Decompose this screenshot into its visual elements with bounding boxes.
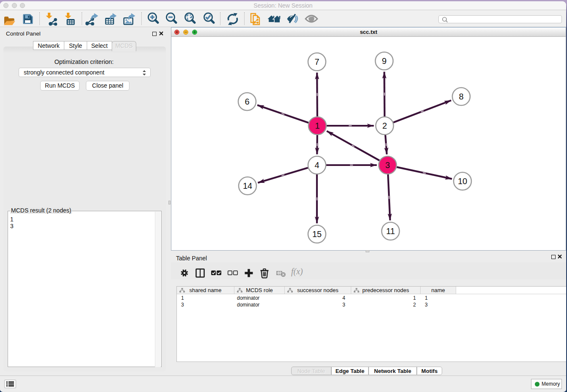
svg-text:14: 14: [243, 181, 252, 190]
svg-text:7: 7: [314, 57, 319, 66]
svg-text:10: 10: [458, 177, 467, 186]
svg-text:4: 4: [314, 160, 319, 170]
svg-text:8: 8: [459, 92, 463, 101]
svg-text:9: 9: [382, 56, 386, 66]
svg-text:11: 11: [386, 226, 395, 236]
svg-text:15: 15: [312, 229, 322, 239]
svg-text:1: 1: [315, 121, 319, 130]
svg-text:6: 6: [245, 97, 249, 106]
svg-text:3: 3: [385, 160, 390, 170]
svg-text:2: 2: [382, 121, 387, 130]
